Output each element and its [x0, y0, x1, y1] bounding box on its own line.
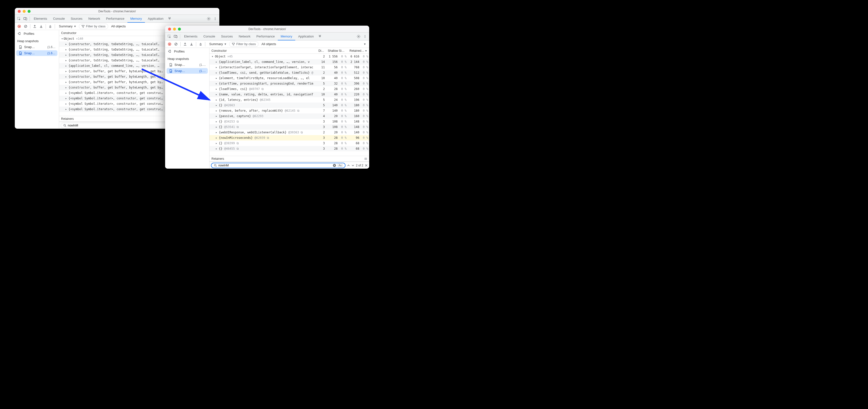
tree-row[interactable]: ▸{remove, before, after, replaceWith} @6… [210, 108, 369, 113]
tree-row[interactable]: ▸{interactionTarget, interactionTargetEl… [210, 65, 369, 70]
minimize-icon[interactable] [23, 10, 26, 13]
snapshot-item[interactable]: Snap… (1.… [166, 68, 208, 74]
object-tree[interactable]: ▾ Object ×45 2 1 556 0 % 6 616 0 % ▸{app… [210, 54, 369, 156]
tree-row[interactable]: ▸{id, latency, entries} @623455240 %1960… [210, 97, 369, 103]
tab-elements[interactable]: Elements [31, 15, 50, 23]
more-tabs-icon[interactable] [317, 33, 323, 40]
menu-icon[interactable] [364, 157, 367, 160]
gc-icon[interactable] [47, 23, 53, 29]
import-icon[interactable] [189, 41, 194, 47]
device-icon[interactable] [22, 16, 29, 22]
col-distance[interactable]: Di… [316, 49, 326, 53]
tab-console[interactable]: Console [200, 33, 218, 40]
clear-icon[interactable] [23, 23, 29, 29]
memory-toolbar: Summary▾ Filter by class All objects ▾ [165, 40, 369, 48]
snapshot-item[interactable]: Snap… (1.6… [16, 50, 57, 56]
snapshot-item[interactable]: Snap… (1.… [166, 62, 208, 67]
fullscreen-icon[interactable] [178, 28, 181, 31]
snapshot-item[interactable]: Snap… (1.6… [16, 44, 57, 50]
import-icon[interactable] [38, 23, 44, 29]
tree-row[interactable]: ▸{} @46455 ⧉3280 %680 % [210, 146, 369, 151]
tree-row[interactable]: ▸{webUIResponse, webUIListenerCallback} … [210, 130, 369, 135]
svg-line-34 [216, 166, 217, 167]
inspect-icon[interactable] [16, 16, 22, 22]
tree-row[interactable]: ▸{nowInMicroseconds} @62039 ⧉3280 %960 % [210, 135, 369, 141]
profiles-button[interactable]: Profiles [15, 30, 59, 37]
tab-application[interactable]: Application [145, 15, 166, 23]
clear-icon[interactable] [173, 41, 179, 47]
col-constructor[interactable]: Constructor [210, 49, 316, 53]
tree-row[interactable]: ▸{application_label, cl, command_line, …… [210, 59, 369, 65]
device-icon[interactable] [173, 33, 179, 40]
match-case-toggle[interactable]: Aa [338, 164, 343, 167]
col-shallow[interactable]: Shallow Si… [326, 49, 347, 53]
svg-point-3 [208, 18, 209, 19]
fullscreen-icon[interactable] [28, 10, 31, 13]
kebab-icon[interactable] [212, 16, 218, 22]
view-mode-select[interactable]: Summary▾ [207, 41, 229, 47]
record-icon[interactable] [166, 41, 173, 47]
profiles-button[interactable]: Profiles [165, 48, 209, 55]
svg-point-33 [214, 164, 216, 166]
close-search-icon[interactable] [365, 164, 368, 167]
window-title: DevTools - chrome://version/ [165, 27, 369, 31]
titlebar: DevTools - chrome://version/ [15, 8, 219, 15]
sidebar: Profiles Heap snapshots Snap… (1.6… Snap… [15, 30, 59, 129]
tab-memory[interactable]: Memory [127, 15, 145, 23]
close-icon[interactable] [168, 28, 171, 31]
tree-row[interactable]: ▸{} @34253 ⧉31080 %1480 % [210, 119, 369, 124]
more-tabs-icon[interactable] [166, 16, 173, 22]
minimize-icon[interactable] [173, 28, 176, 31]
tab-memory[interactable]: Memory [278, 33, 295, 40]
svg-line-10 [25, 25, 27, 27]
svg-point-14 [64, 124, 66, 126]
tree-row[interactable]: ▸{startTime, processingStart, processing… [210, 81, 369, 86]
tab-sources[interactable]: Sources [218, 33, 236, 40]
svg-rect-2 [26, 18, 27, 20]
record-icon[interactable] [16, 23, 22, 29]
close-icon[interactable] [18, 10, 21, 13]
retainers-header[interactable]: Retainers [210, 156, 369, 162]
clear-search-icon[interactable] [333, 164, 336, 167]
column-headers: Constructor Di… Shallow Si… Retained…▾ [210, 48, 369, 54]
gc-icon[interactable] [198, 41, 204, 47]
gear-icon[interactable] [206, 16, 212, 22]
svg-point-22 [365, 37, 365, 37]
prev-match-icon[interactable] [347, 164, 350, 167]
tab-performance[interactable]: Performance [103, 15, 127, 23]
tabs-bar: Elements Console Sources Network Perform… [15, 15, 219, 23]
tab-network[interactable]: Network [86, 15, 103, 23]
tree-row[interactable]: ▸{} @4266351400 %1800 % [210, 103, 369, 108]
tree-row[interactable]: ▸{name, value, rating, delta, entries, i… [210, 92, 369, 97]
tab-sources[interactable]: Sources [68, 15, 86, 23]
search-input[interactable]: Aa [211, 163, 345, 168]
tree-row[interactable]: ▸{} @38399 ⧉3280 %680 % [210, 141, 369, 146]
tree-row[interactable]: ▸{element, timeToFirstByte, resourceLoad… [210, 76, 369, 81]
svg-point-4 [215, 17, 215, 18]
tab-application[interactable]: Application [295, 33, 317, 40]
search-field[interactable] [218, 164, 331, 167]
tab-console[interactable]: Console [50, 15, 68, 23]
tree-root[interactable]: ▾ Object ×45 2 1 556 0 % 6 616 0 % [210, 54, 369, 59]
export-icon[interactable] [32, 23, 38, 29]
kebab-icon[interactable] [362, 33, 368, 40]
objects-filter[interactable]: All objects [109, 24, 128, 29]
tab-network[interactable]: Network [236, 33, 254, 40]
filter-class-input[interactable]: Filter by class [79, 24, 108, 29]
inspect-icon[interactable] [166, 33, 173, 40]
chevron-down-icon[interactable]: ▾ [362, 41, 368, 47]
export-icon[interactable] [182, 41, 188, 47]
tree-row[interactable]: ▸{loadTimes, csi, send, getVariableValue… [210, 70, 369, 76]
heap-heading: Heap snapshots [15, 37, 59, 44]
view-mode-select[interactable]: Summary▾ [56, 23, 79, 29]
col-retained[interactable]: Retained…▾ [347, 49, 369, 53]
filter-class-input[interactable]: Filter by class [229, 41, 258, 47]
tab-performance[interactable]: Performance [253, 33, 278, 40]
next-match-icon[interactable] [351, 164, 354, 167]
tree-row[interactable]: ▸{passive, capture} @622934200 %1600 % [210, 113, 369, 119]
tab-elements[interactable]: Elements [181, 33, 200, 40]
tree-row[interactable]: ▸{} @53541 ⧉31080 %1480 % [210, 124, 369, 130]
gear-icon[interactable] [355, 33, 362, 40]
tree-row[interactable]: ▸{loadTimes, csi} @49707 ⧉2280 %2600 % [210, 86, 369, 92]
objects-filter[interactable]: All objects [259, 41, 278, 47]
